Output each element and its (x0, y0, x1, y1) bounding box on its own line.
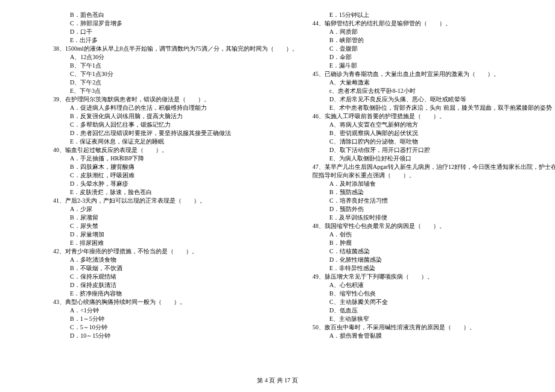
left-column: B．面色苍白 C．肺部湿罗音增多 D．口干 E．出汗多 38、1500ml的液体… (18, 11, 278, 340)
question-42: 42、对青少年痤疮的护理措施，不恰当的是（ ）。 (24, 247, 271, 256)
option: B、密切观察病人胸部的起伏状况 (284, 129, 531, 138)
option: D．10～15分钟 (24, 332, 271, 340)
option: B、缩窄性心包炎 (284, 289, 531, 298)
option: E．漏斗部 (284, 62, 531, 70)
option: B．预防感染 (284, 188, 531, 197)
option: D．预防外伤 (284, 205, 531, 213)
option: A．创伤 (284, 230, 531, 239)
option: E、为病人取侧卧位好松开领口 (284, 154, 531, 163)
question-48: 48、我国缩窄性心包炎最常见的病因是（ ）。 (284, 222, 531, 230)
option: A．多吃清淡食物 (24, 256, 271, 264)
option: E．皮肤溃烂，脉速，脸色苍白 (24, 188, 271, 197)
option: C．壶腹部 (284, 45, 531, 53)
question-47-line2: 院指导时应向家长重点强调（ ）。 (284, 171, 531, 180)
option: D、术后常见不良反应为头痛、恶心、呕吐或眩晕等 (284, 95, 531, 104)
option: E．保证夜间休息，保证充足的睡眠 (24, 138, 271, 146)
option: D．患者回忆出现错误时要批评，要坚持说服其接受正确做法 (24, 129, 271, 138)
option: D、下午2点 (24, 78, 271, 87)
option: E、主动脉狭窄 (284, 315, 531, 323)
option: A．少尿 (24, 205, 271, 213)
option: A、心包积液 (284, 281, 531, 289)
option: B．反复强化病人训练用脑，提高大脑活力 (24, 112, 271, 121)
option: B．不吸烟，不饮酒 (24, 264, 271, 273)
question-47-line1: 47、某早产儿出生后因Apgar转入新生儿病房，治疗12好转，今日医生通知家长出… (284, 163, 531, 171)
option: C．保持乐观情绪 (24, 273, 271, 281)
option: A．促进病人多料理自己的生活，积极维持自理能力 (24, 104, 271, 112)
question-43: 43、典型心绞痛的胸痛持续时间一般为（ ）。 (24, 298, 271, 306)
option: E、术中患者取侧卧位，背部齐床沿，头向 前屈，膝关节屈曲，双手抱紧膝部的姿势 (284, 104, 531, 112)
option: B．面色苍白 (24, 11, 271, 19)
option: A．及时添加辅食 (284, 180, 531, 188)
option: C．培养良好生活习惯 (284, 197, 531, 205)
option: B．峡部管的 (284, 36, 531, 45)
option: A．<1分钟 (24, 306, 271, 315)
option: C．肺部湿罗音增多 (24, 19, 271, 28)
option: C．多帮助病人回忆往事，锻炼记忆力 (24, 121, 271, 129)
option: A．间质部 (284, 28, 531, 36)
option: C、主动脉瓣关闭不全 (284, 298, 531, 306)
question-45: 45、已确诊为青春期功血，大量出血止血时宜采用的激素为（ ）。 (284, 70, 531, 78)
question-40: 40、输血引起过敏反应的表现是（ ）。 (24, 146, 271, 154)
option: B．四肢麻木，腰背酸痛 (24, 163, 271, 171)
option: E．挤净痤疮内容物 (24, 289, 271, 298)
option: B．肿瘤 (284, 239, 531, 247)
option: A．手足抽搐，HR和BP下降 (24, 154, 271, 163)
option: D、低血压 (284, 306, 531, 315)
option: D．口干 (24, 28, 271, 36)
option: A、将病人安置在空气新鲜的地方 (284, 121, 531, 129)
option: B、下午1点 (24, 62, 271, 70)
option: E．出汗多 (24, 36, 271, 45)
option: E．排尿困难 (24, 239, 271, 247)
option: A、12点30分 (24, 53, 271, 62)
question-49: 49、脉压增大常见于下列哪项疾病（ ）。 (284, 273, 531, 281)
option: B．尿潴留 (24, 213, 271, 222)
option: B．1～5分钟 (24, 315, 271, 323)
option: D、取下活动假牙，用开口器打开口腔 (284, 146, 531, 154)
option: D．尿量增加 (24, 230, 271, 239)
option: C、下午1点30分 (24, 70, 271, 78)
question-38: 38、1500ml的液体从早上8点半开始输，调节滴数约为75滴／分，其输完的时间… (24, 45, 271, 53)
option: C．尿失禁 (24, 222, 271, 230)
option: c、患者术后应去枕平卧8-12小时 (284, 87, 531, 95)
exam-page: B．面色苍白 C．肺部湿罗音增多 D．口干 E．出汗多 38、1500ml的液体… (0, 0, 555, 358)
option: E、下午3点 (24, 87, 271, 95)
question-46: 46、实施人工呼吸前首要的护理措施是（ ）。 (284, 112, 531, 121)
option: C．皮肤潮红，呼吸困难 (24, 171, 271, 180)
question-39: 39、在护理阿尔茨海默病患者时，错误的做法是（ ）。 (24, 95, 271, 104)
option: E．非特异性感染 (284, 264, 531, 273)
option: D．化脓性细菌感染 (284, 256, 531, 264)
question-41: 41、产后2-3天内，产妇可以出现的正常表现是（ ）。 (24, 197, 271, 205)
option: E．15分钟以上 (284, 11, 531, 19)
option: A．损伤胃食管黏膜 (284, 332, 531, 340)
option: E．及早训练按时排便 (284, 213, 531, 222)
page-footer: 第 4 页 共 17 页 (0, 376, 555, 385)
option: D．保持皮肤清洁 (24, 281, 271, 289)
option: D．伞部 (284, 53, 531, 62)
option: A、大量雌激素 (284, 78, 531, 87)
option: C．5～10分钟 (24, 323, 271, 332)
option: C、清除口腔内的分泌物、呕吐物 (284, 138, 531, 146)
option: C．结核菌感染 (284, 247, 531, 256)
question-44: 44、输卵管结扎术的结扎部位是输卵管的（ ）。 (284, 19, 531, 28)
right-column: E．15分钟以上 44、输卵管结扎术的结扎部位是输卵管的（ ）。 A．间质部 B… (278, 11, 537, 340)
option: D．头晕水肿，荨麻疹 (24, 180, 271, 188)
question-50: 50、敌百虫中毒时，不采用碱性溶液洗胃的原因是（ ）。 (284, 323, 531, 332)
